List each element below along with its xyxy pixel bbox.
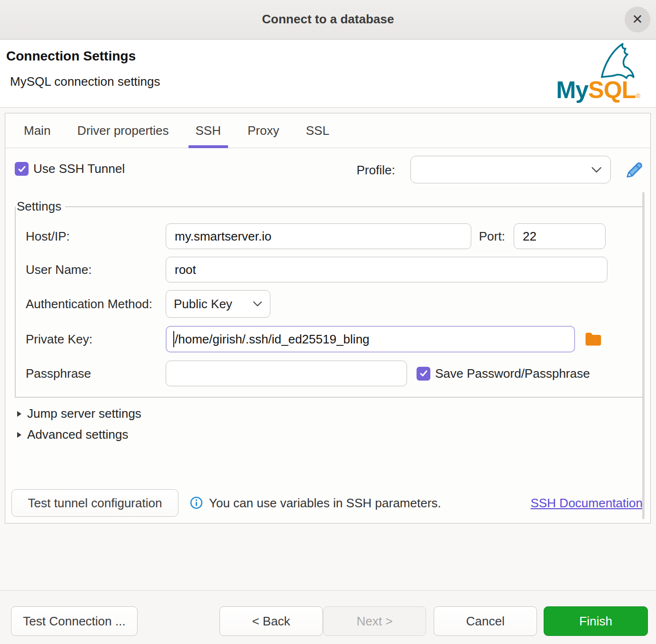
page-title: Connection Settings bbox=[6, 49, 136, 64]
connection-settings-panel: Main Driver properties SSH Proxy SSL Use… bbox=[5, 113, 651, 523]
chevron-down-icon bbox=[591, 167, 602, 173]
edit-profiles-pencil-icon[interactable] bbox=[624, 160, 644, 180]
cancel-button[interactable]: Cancel bbox=[434, 606, 537, 636]
passphrase-label: Passphrase bbox=[5, 366, 166, 381]
advanced-settings-expander[interactable]: Advanced settings bbox=[17, 427, 128, 442]
next-button[interactable]: Next > bbox=[323, 606, 426, 636]
port-label: Port: bbox=[479, 229, 505, 244]
ssh-documentation-link[interactable]: SSH Documentation bbox=[530, 496, 643, 511]
save-password-label: Save Password/Passphrase bbox=[435, 366, 590, 381]
auth-method-value: Public Key bbox=[174, 297, 232, 312]
dialog-footer: Test Connection ... < Back Next > Cancel… bbox=[0, 590, 656, 644]
tab-main[interactable]: Main bbox=[17, 113, 58, 148]
check-icon bbox=[18, 165, 26, 173]
mysql-logo: MySQL® bbox=[549, 41, 649, 104]
profile-select[interactable] bbox=[410, 156, 611, 183]
page-subtitle: MySQL connection settings bbox=[10, 74, 160, 89]
passphrase-input[interactable] bbox=[166, 361, 407, 386]
host-label: Host/IP: bbox=[5, 229, 166, 244]
jump-server-expander[interactable]: Jump server settings bbox=[17, 406, 141, 421]
test-tunnel-configuration-button[interactable]: Test tunnel configuration bbox=[11, 489, 179, 517]
back-button[interactable]: < Back bbox=[219, 606, 323, 636]
vertical-scrollbar[interactable] bbox=[642, 192, 645, 519]
tabbar: Main Driver properties SSH Proxy SSL bbox=[5, 113, 650, 148]
info-icon bbox=[190, 496, 203, 509]
username-input[interactable] bbox=[166, 257, 607, 282]
browse-folder-icon[interactable] bbox=[585, 331, 602, 347]
private-key-label: Private Key: bbox=[5, 332, 166, 347]
text-caret bbox=[173, 331, 174, 347]
tab-proxy[interactable]: Proxy bbox=[240, 113, 286, 148]
finish-button[interactable]: Finish bbox=[544, 606, 648, 636]
jump-server-label: Jump server settings bbox=[27, 406, 141, 421]
use-ssh-tunnel-checkbox[interactable] bbox=[15, 162, 29, 176]
profile-label: Profile: bbox=[357, 163, 395, 178]
close-button[interactable]: ✕ bbox=[625, 7, 650, 32]
tab-ssl[interactable]: SSL bbox=[298, 113, 336, 148]
auth-method-select[interactable]: Public Key bbox=[166, 290, 270, 318]
collapsed-arrow-icon bbox=[17, 411, 21, 417]
host-input[interactable] bbox=[166, 223, 471, 249]
dialog-title: Connect to a database bbox=[0, 0, 656, 40]
collapsed-arrow-icon bbox=[17, 432, 21, 438]
use-ssh-tunnel-label: Use SSH Tunnel bbox=[33, 161, 125, 176]
private-key-input[interactable]: /home/girish/.ssh/id_ed25519_bling bbox=[166, 326, 575, 352]
private-key-value: /home/girish/.ssh/id_ed25519_bling bbox=[175, 332, 369, 347]
tab-ssh[interactable]: SSH bbox=[189, 113, 228, 148]
wizard-header: Connection Settings MySQL connection set… bbox=[0, 40, 656, 108]
username-label: User Name: bbox=[5, 262, 166, 277]
settings-group-legend: Settings bbox=[16, 199, 65, 214]
port-input[interactable] bbox=[514, 223, 606, 249]
advanced-settings-label: Advanced settings bbox=[27, 427, 128, 442]
close-icon: ✕ bbox=[632, 13, 643, 26]
ssh-variables-hint: You can use variables in SSH parameters. bbox=[209, 496, 441, 511]
chevron-down-icon bbox=[253, 301, 262, 307]
auth-method-label: Authentication Method: bbox=[5, 297, 166, 312]
tab-driver-properties[interactable]: Driver properties bbox=[70, 113, 176, 148]
test-connection-button[interactable]: Test Connection ... bbox=[11, 606, 138, 636]
mysql-wordmark: MySQL® bbox=[556, 78, 640, 102]
check-icon bbox=[419, 370, 428, 377]
dialog-titlebar: Connect to a database ✕ bbox=[0, 0, 656, 40]
save-password-checkbox[interactable] bbox=[417, 367, 430, 381]
